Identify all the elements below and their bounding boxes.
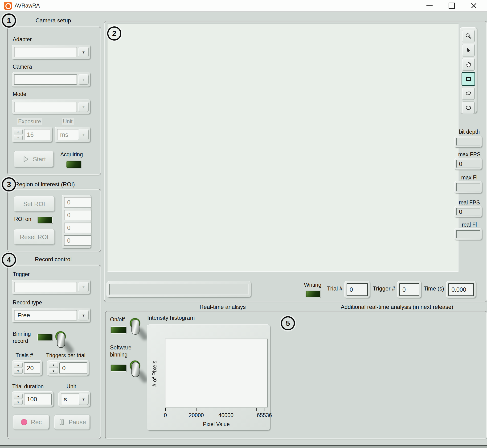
- pause-button[interactable]: Pause: [54, 415, 90, 430]
- set-roi-button-label: Set ROI: [23, 200, 45, 208]
- trials-stepper[interactable]: ▲ ▼ 20: [12, 360, 42, 376]
- record-unit-value[interactable]: s: [61, 393, 79, 405]
- binning-record-led: [37, 334, 52, 341]
- duration-increment-button[interactable]: ▲: [14, 393, 23, 399]
- exposure-unit-value[interactable]: ms: [57, 129, 78, 140]
- pan-tool-button[interactable]: [462, 58, 475, 71]
- rec-button[interactable]: Rec: [13, 415, 49, 430]
- chevron-down-icon: ▼: [82, 285, 85, 289]
- down-arrow-icon: ▼: [52, 370, 55, 373]
- close-button[interactable]: [465, 0, 483, 11]
- adapter-combobox[interactable]: ▼: [12, 45, 90, 59]
- toggle-knob-icon: [132, 320, 140, 335]
- x-axis-tick: [265, 408, 265, 411]
- roi-on-led: [38, 216, 53, 224]
- writing-label: Writing: [304, 281, 321, 288]
- set-roi-button[interactable]: Set ROI: [14, 196, 55, 212]
- trials-value[interactable]: 20: [24, 362, 40, 374]
- roi-values-group: 0 0 0 0: [62, 195, 91, 248]
- real-fps-value: 0: [456, 208, 480, 216]
- trial-duration-label: Trial duration: [12, 383, 44, 390]
- adapter-combobox-value[interactable]: [14, 47, 77, 57]
- exposure-unit-dropdown-button[interactable]: ▼: [79, 129, 89, 140]
- record-unit-dropdown-button[interactable]: ▼: [79, 393, 89, 405]
- triggers-per-trial-stepper[interactable]: ▲ ▼ 0: [47, 360, 89, 376]
- bit-depth-value: [456, 138, 480, 146]
- y-axis-tick: [162, 378, 165, 378]
- lasso-icon: [465, 90, 472, 97]
- acquiring-led: [66, 161, 81, 168]
- triggers-decrement-button[interactable]: ▼: [49, 368, 58, 374]
- chevron-down-icon: ▼: [82, 133, 85, 136]
- start-button[interactable]: Start: [14, 151, 54, 168]
- triggers-per-trial-label: Triggers per trial: [46, 352, 86, 359]
- rectangle-roi-tool-button[interactable]: [462, 72, 475, 86]
- exposure-unit-select[interactable]: ms ▼: [55, 127, 90, 142]
- trigger-dropdown-button[interactable]: ▼: [79, 282, 89, 292]
- record-type-dropdown-button[interactable]: ▼: [79, 310, 89, 320]
- camera-combobox[interactable]: ▼: [12, 72, 90, 87]
- camera-combobox-value[interactable]: [14, 74, 77, 85]
- exposure-stepper[interactable]: ▲ ▼ 16: [12, 127, 52, 142]
- image-toolbar: [460, 27, 477, 113]
- camera-dropdown-button[interactable]: ▼: [79, 74, 89, 85]
- cursor-arrow-icon: [465, 47, 472, 54]
- trial-number-value: 0: [346, 283, 368, 296]
- trial-duration-value[interactable]: 100: [24, 393, 52, 405]
- camera-setup-title: Camera setup: [7, 17, 99, 24]
- trials-increment-button[interactable]: ▲: [14, 362, 23, 368]
- trial-number-label: Trial #: [327, 285, 343, 292]
- ellipse-roi-tool-button[interactable]: [462, 101, 475, 114]
- additional-analysis-header: Additional real-time analysis (in next r…: [309, 304, 485, 310]
- reset-roi-button[interactable]: Reset ROI: [14, 229, 55, 245]
- exposure-decrement-button[interactable]: ▼: [14, 135, 23, 141]
- mode-combobox-value[interactable]: [14, 102, 77, 112]
- bit-depth-indicator: [454, 136, 482, 148]
- max-fps-indicator: 0: [454, 158, 482, 170]
- histogram-title: Intensity histogram: [147, 314, 195, 321]
- record-control-title: Record control: [7, 256, 99, 263]
- minimize-button[interactable]: [420, 0, 439, 11]
- roi-title: Region of interest (ROI): [15, 181, 75, 188]
- trial-duration-stepper[interactable]: ▲ ▼ 100: [12, 392, 54, 407]
- real-fps-indicator: 0: [454, 206, 482, 217]
- trigger-combobox-value[interactable]: [14, 282, 77, 292]
- up-arrow-icon: ▲: [52, 364, 55, 366]
- trials-decrement-button[interactable]: ▼: [14, 368, 23, 374]
- title-bar: AVRawRA: [0, 0, 487, 12]
- roi-value-y: 0: [64, 210, 91, 220]
- image-display-canvas[interactable]: [107, 24, 458, 272]
- record-unit-select[interactable]: s ▼: [58, 392, 90, 407]
- histogram-xlabel: Pixel Value: [203, 421, 229, 427]
- zoom-tool-button[interactable]: [462, 30, 475, 42]
- roi-value-height: 0: [64, 235, 91, 246]
- record-type-combobox-value[interactable]: Free: [14, 310, 77, 320]
- record-type-combobox[interactable]: Free ▼: [12, 308, 90, 323]
- max-fl-indicator: [454, 181, 482, 193]
- marker-4-number: 4: [7, 256, 11, 264]
- adapter-dropdown-button[interactable]: ▼: [79, 47, 89, 57]
- mode-combobox[interactable]: ▼: [12, 99, 90, 114]
- acquiring-label: Acquiring: [60, 151, 83, 158]
- pause-icon: [58, 418, 65, 426]
- software-binning-toggle[interactable]: [129, 360, 142, 384]
- record-type-label: Record type: [13, 299, 42, 306]
- trigger-combobox[interactable]: ▼: [12, 280, 90, 294]
- binning-record-toggle[interactable]: [55, 331, 68, 355]
- maximize-button[interactable]: [442, 0, 461, 11]
- mode-dropdown-button[interactable]: ▼: [79, 102, 89, 112]
- marker-1-number: 1: [7, 16, 11, 25]
- exposure-value[interactable]: 16: [24, 129, 50, 140]
- x-tick-label-20000: 20000: [189, 412, 204, 418]
- binning-record-label: Binning record: [13, 331, 41, 345]
- y-axis-tick: [162, 362, 165, 362]
- cursor-tool-button[interactable]: [462, 44, 475, 56]
- triggers-increment-button[interactable]: ▲: [49, 362, 58, 368]
- lasso-roi-tool-button[interactable]: [462, 87, 475, 100]
- triggers-per-trial-value[interactable]: 0: [59, 362, 87, 374]
- exposure-increment-button[interactable]: ▲: [14, 129, 23, 134]
- duration-decrement-button[interactable]: ▼: [14, 400, 23, 405]
- onoff-toggle[interactable]: [129, 318, 142, 341]
- pause-button-label: Pause: [69, 418, 86, 426]
- max-fps-value: 0: [456, 160, 480, 168]
